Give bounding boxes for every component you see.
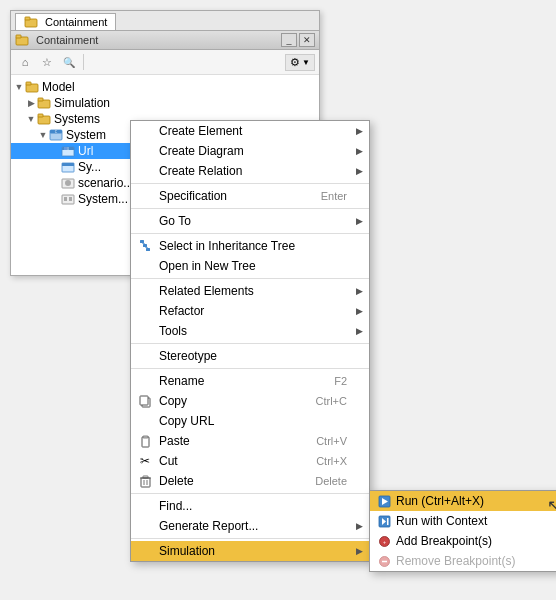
- cm-create-element[interactable]: Create Element: [131, 121, 369, 141]
- simulation-icon: [37, 97, 51, 109]
- sy2-icon: [61, 161, 75, 173]
- svg-rect-5: [26, 82, 31, 85]
- cm-related-elements[interactable]: Related Elements: [131, 281, 369, 301]
- cm-simulation[interactable]: Simulation: [131, 541, 369, 561]
- title-buttons: _ ✕: [281, 33, 315, 47]
- cm-copy-url[interactable]: Copy URL: [131, 411, 369, 431]
- panel-toolbar: ⌂ ☆ 🔍 ⚙ ▼: [11, 50, 319, 75]
- svg-text:U: U: [67, 147, 69, 151]
- home-button[interactable]: ⌂: [15, 52, 35, 72]
- tree-arrow-system[interactable]: [37, 130, 49, 140]
- cm-select-inheritance-label: Select in Inheritance Tree: [159, 239, 295, 253]
- tree-arrow-systems[interactable]: [25, 114, 37, 124]
- cm-cut[interactable]: ✂ Cut Ctrl+X: [131, 451, 369, 471]
- cm-goto[interactable]: Go To: [131, 211, 369, 231]
- svg-text:+: +: [382, 539, 386, 545]
- cm-create-element-label: Create Element: [159, 124, 242, 138]
- cm-stereotype[interactable]: Stereotype: [131, 346, 369, 366]
- close-button[interactable]: ✕: [299, 33, 315, 47]
- cm-sep4: [131, 278, 369, 279]
- svg-rect-42: [387, 518, 389, 525]
- panel-tab-bar: Containment: [11, 11, 319, 31]
- cm-create-relation-label: Create Relation: [159, 164, 242, 178]
- submenu-add-breakpoint[interactable]: + Add Breakpoint(s): [370, 531, 556, 551]
- cm-tools-label: Tools: [159, 324, 187, 338]
- tree-arrow-simulation[interactable]: [25, 98, 37, 108]
- gear-button[interactable]: ⚙ ▼: [285, 54, 315, 71]
- cm-specification-shortcut: Enter: [321, 190, 361, 202]
- submenu-run-label: Run (Ctrl+Alt+X): [396, 494, 484, 508]
- context-menu: Create Element Create Diagram Create Rel…: [130, 120, 370, 562]
- svg-rect-9: [38, 114, 43, 117]
- cm-cut-label: Cut: [159, 454, 178, 468]
- cm-simulation-label: Simulation: [159, 544, 215, 558]
- cm-sep7: [131, 493, 369, 494]
- cm-delete[interactable]: Delete Delete: [131, 471, 369, 491]
- title-icon: [15, 34, 29, 46]
- cm-paste[interactable]: Paste Ctrl+V: [131, 431, 369, 451]
- cm-open-new-tree-label: Open in New Tree: [159, 259, 256, 273]
- run-context-icon: [376, 513, 392, 529]
- cm-generate-report-label: Generate Report...: [159, 519, 258, 533]
- tree-arrow-model[interactable]: [13, 82, 25, 92]
- cm-paste-label: Paste: [159, 434, 190, 448]
- cm-create-relation[interactable]: Create Relation: [131, 161, 369, 181]
- cm-refactor[interactable]: Refactor: [131, 301, 369, 321]
- svg-point-20: [65, 180, 71, 186]
- gear-dropdown-icon: ▼: [302, 58, 310, 67]
- cm-open-new-tree[interactable]: Open in New Tree: [131, 256, 369, 276]
- tree-item-simulation[interactable]: Simulation: [11, 95, 319, 111]
- tree-item-url-label: Url: [78, 144, 93, 158]
- cm-copy[interactable]: Copy Ctrl+C: [131, 391, 369, 411]
- tree-item-system2-label: System...: [78, 192, 128, 206]
- cm-paste-shortcut: Ctrl+V: [316, 435, 361, 447]
- cm-sep8: [131, 538, 369, 539]
- containment-tab[interactable]: Containment: [15, 13, 116, 30]
- cm-copy-url-label: Copy URL: [159, 414, 214, 428]
- run-icon: [376, 493, 392, 509]
- cm-sep6: [131, 368, 369, 369]
- tree-item-simulation-label: Simulation: [54, 96, 110, 110]
- svg-rect-22: [64, 197, 67, 201]
- tree-item-sy2-label: Sy...: [78, 160, 101, 174]
- cm-refactor-label: Refactor: [159, 304, 204, 318]
- submenu-add-breakpoint-label: Add Breakpoint(s): [396, 534, 492, 548]
- scenario-icon: [61, 177, 75, 189]
- cm-sep2: [131, 208, 369, 209]
- delete-icon: [137, 473, 153, 489]
- svg-line-28: [145, 247, 148, 248]
- submenu-run-context[interactable]: Run with Context: [370, 511, 556, 531]
- containment-tab-icon: [24, 16, 38, 28]
- cm-create-diagram[interactable]: Create Diagram: [131, 141, 369, 161]
- cm-find[interactable]: Find...: [131, 496, 369, 516]
- cm-specification-label: Specification: [159, 189, 227, 203]
- tree-item-model-label: Model: [42, 80, 75, 94]
- cm-generate-report[interactable]: Generate Report...: [131, 516, 369, 536]
- tree-item-model[interactable]: Model: [11, 79, 319, 95]
- cm-select-inheritance[interactable]: Select in Inheritance Tree: [131, 236, 369, 256]
- cm-cut-shortcut: Ctrl+X: [316, 455, 361, 467]
- submenu-run[interactable]: Run (Ctrl+Alt+X): [370, 491, 556, 511]
- search-button[interactable]: 🔍: [59, 52, 79, 72]
- cm-tools[interactable]: Tools: [131, 321, 369, 341]
- cm-goto-label: Go To: [159, 214, 191, 228]
- cm-rename-label: Rename: [159, 374, 204, 388]
- system2-icon: [61, 193, 75, 205]
- tree-item-system-label: System: [66, 128, 106, 142]
- cm-specification[interactable]: Specification Enter: [131, 186, 369, 206]
- svg-rect-23: [69, 197, 72, 201]
- cm-create-diagram-label: Create Diagram: [159, 144, 244, 158]
- cm-copy-shortcut: Ctrl+C: [316, 395, 361, 407]
- submenu-remove-breakpoint: Remove Breakpoint(s): [370, 551, 556, 571]
- systems-icon: [37, 113, 51, 125]
- svg-rect-31: [142, 437, 149, 447]
- url-icon: U: [61, 145, 75, 157]
- svg-rect-33: [141, 478, 150, 487]
- simulation-submenu: Run (Ctrl+Alt+X) Run with Context + Add …: [369, 490, 556, 572]
- containment-tab-label: Containment: [45, 16, 107, 28]
- cut-icon: ✂: [137, 453, 153, 469]
- star-button[interactable]: ☆: [37, 52, 57, 72]
- minimize-button[interactable]: _: [281, 33, 297, 47]
- cm-rename[interactable]: Rename F2: [131, 371, 369, 391]
- tree-item-systems-label: Systems: [54, 112, 100, 126]
